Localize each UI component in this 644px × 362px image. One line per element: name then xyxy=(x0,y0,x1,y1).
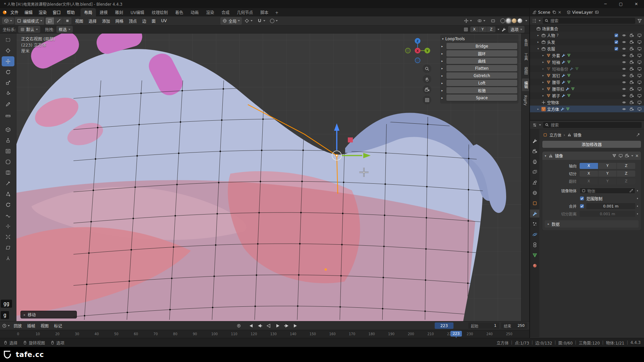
shear-tool-button[interactable] xyxy=(2,243,14,253)
viewport-menu-边[interactable]: 边 xyxy=(140,17,149,25)
smooth-tool-button[interactable] xyxy=(2,210,14,221)
mirror-dropdown[interactable] xyxy=(497,29,499,30)
expand-arrow-icon[interactable]: ▸ xyxy=(536,40,540,44)
outliner-row-裤子[interactable]: ▸裤子 xyxy=(530,92,644,99)
toggle-camera[interactable] xyxy=(629,87,635,91)
toggle-screen[interactable] xyxy=(636,53,643,58)
merge-checkbox[interactable] xyxy=(580,204,584,208)
toggle-screen[interactable] xyxy=(636,107,643,111)
sidebar-tab-编辑[interactable]: 编辑 xyxy=(522,78,529,91)
material-shading-button[interactable] xyxy=(512,18,517,23)
breadcrumb-object[interactable]: 立方体 xyxy=(549,132,561,138)
move-tool-button[interactable] xyxy=(2,56,14,66)
outliner-row-立方体[interactable]: ▸立方体 xyxy=(530,106,644,112)
looptools-Bridge-button[interactable]: Bridge xyxy=(446,43,517,49)
new-scene-icon[interactable] xyxy=(552,10,556,14)
expand-arrow-icon[interactable]: ▸ xyxy=(441,81,446,85)
expand-arrow-icon[interactable]: ▸ xyxy=(541,80,545,84)
vertex-select-button[interactable] xyxy=(46,17,54,24)
breadcrumb-modifier[interactable]: 镜像 xyxy=(574,132,582,138)
maximize-button[interactable]: ▢ xyxy=(613,0,629,8)
face-select-button[interactable] xyxy=(63,17,72,24)
menu-文件[interactable]: 文件 xyxy=(7,8,21,16)
toggle-camera[interactable] xyxy=(629,80,635,84)
properties-tab-constraints[interactable] xyxy=(530,241,539,249)
orientation-setting-dropdown[interactable]: 默认 xyxy=(18,26,40,33)
toggle-check[interactable] xyxy=(613,47,620,51)
outliner-row-外套[interactable]: ▸外套 xyxy=(530,52,644,59)
snap-toggle[interactable] xyxy=(255,17,267,24)
properties-tab-tool[interactable] xyxy=(530,137,539,145)
sidebar-tab-工具[interactable]: 工具 xyxy=(522,50,529,63)
blender-logo-icon[interactable] xyxy=(2,10,7,15)
viewport-menu-网格[interactable]: 网格 xyxy=(113,17,126,25)
inset-faces-tool-button[interactable] xyxy=(2,146,14,156)
expand-arrow-icon[interactable]: ▸ xyxy=(536,107,540,111)
editor-type-chevron[interactable] xyxy=(8,325,10,326)
realtime-display-toggle[interactable] xyxy=(619,154,623,158)
looptools-曲线-button[interactable]: 曲线 xyxy=(446,58,517,64)
rendered-shading-button[interactable] xyxy=(518,18,522,23)
toggle-camera[interactable] xyxy=(629,47,635,51)
pivot-point-dropdown[interactable] xyxy=(243,17,255,24)
workspace-tab-动画[interactable]: 动画 xyxy=(187,8,202,16)
outliner-row-人物[interactable]: ▸人物7 xyxy=(530,32,644,39)
workspace-tab-建模[interactable]: 建模 xyxy=(96,8,111,16)
poly-build-tool-button[interactable] xyxy=(2,189,14,199)
scene-selector[interactable]: Scene xyxy=(532,10,550,15)
toggle-camera[interactable] xyxy=(629,60,635,64)
looptools-圆环-button[interactable]: 圆环 xyxy=(446,50,517,57)
properties-tab-particles[interactable] xyxy=(530,220,539,228)
outliner-row-空物体[interactable]: 空物体 xyxy=(530,99,644,106)
minimize-button[interactable]: ─ xyxy=(598,0,613,8)
clipping-checkbox[interactable] xyxy=(580,196,584,201)
add-modifier-button[interactable]: 添加修改器 xyxy=(542,141,641,148)
seg-axis-x-button[interactable]: X xyxy=(580,163,598,169)
mirror-settings-icon[interactable] xyxy=(464,27,468,32)
frame-start-field[interactable]: 起始 1 xyxy=(468,322,499,329)
expand-arrow-icon[interactable]: ▸ xyxy=(541,74,545,77)
tool-options-icon[interactable] xyxy=(501,27,506,32)
toggle-eye[interactable] xyxy=(621,60,627,64)
expand-arrow-icon[interactable]: ▸ xyxy=(541,54,545,57)
toggle-camera[interactable] xyxy=(629,33,635,38)
expand-arrow-icon[interactable]: ▸ xyxy=(441,89,446,92)
play-reverse-button[interactable] xyxy=(265,323,273,329)
toggle-screen[interactable] xyxy=(636,47,643,51)
expand-arrow-icon[interactable]: ▸ xyxy=(541,94,545,97)
current-frame-field[interactable]: 223 xyxy=(435,322,453,329)
navigation-gizmo[interactable]: Z Y X xyxy=(402,36,433,66)
outliner-search-input[interactable]: 搜索 xyxy=(543,18,635,24)
expand-arrow-icon[interactable]: ▸ xyxy=(541,60,545,64)
menu-窗口[interactable]: 窗口 xyxy=(50,8,64,16)
seg-flip-y-button[interactable]: Y xyxy=(598,178,617,184)
pan-button[interactable] xyxy=(423,75,431,83)
add-cube-tool-button[interactable] xyxy=(2,125,14,135)
close-button[interactable]: ✕ xyxy=(629,0,644,8)
editor-type-button[interactable] xyxy=(2,17,14,24)
viewport-menu-UV[interactable]: UV xyxy=(158,17,169,24)
sidebar-tab-Rigify[interactable]: Rigify xyxy=(522,93,529,108)
outliner-editor-icon[interactable] xyxy=(532,18,537,23)
toggle-camera[interactable] xyxy=(629,67,635,71)
outliner-row-场景集合[interactable]: 场景集合 xyxy=(530,25,644,32)
viewport-menu-视图[interactable]: 视图 xyxy=(72,17,86,25)
delete-modifier-button[interactable]: ✕ xyxy=(635,154,639,158)
menu-渲染[interactable]: 渲染 xyxy=(36,8,50,16)
outliner-row-腰带[interactable]: ▸腰带 xyxy=(530,79,644,85)
viewlayer-selector[interactable]: ViewLayer xyxy=(567,10,593,15)
looptools-Gstretch-button[interactable]: Gstretch xyxy=(446,72,517,79)
seg-bisect-x-button[interactable]: X xyxy=(580,171,598,177)
toggle-eye[interactable] xyxy=(621,33,627,38)
mirror-object-field[interactable]: 物体 xyxy=(580,188,635,194)
toggle-camera[interactable] xyxy=(629,40,635,44)
timeline-menu-视图[interactable]: 视图 xyxy=(38,322,51,329)
filter-icon[interactable] xyxy=(637,18,642,23)
edit-mode-display-toggle[interactable] xyxy=(612,154,616,158)
render-display-toggle[interactable] xyxy=(625,154,629,158)
properties-editor-icon[interactable] xyxy=(532,123,537,127)
operator-panel[interactable]: ▸ 移动 xyxy=(20,311,77,318)
measure-tool-button[interactable] xyxy=(2,110,14,120)
expand-arrow-icon[interactable]: ▾ xyxy=(536,47,540,50)
data-subpanel-header[interactable]: ▸ 数据 xyxy=(545,220,639,228)
